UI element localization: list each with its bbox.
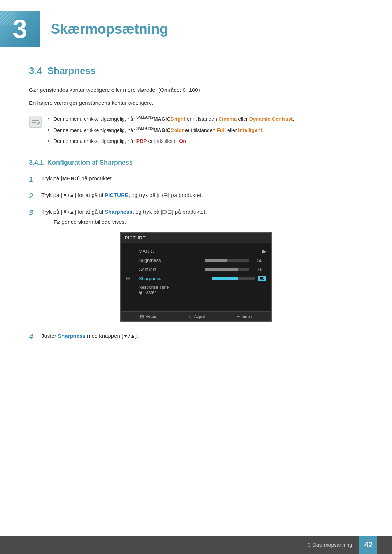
note-item-3: Denne menu er ikke tilgængelig, når PBP … — [48, 137, 294, 145]
sharpness-label-step4: Sharpness — [58, 333, 86, 339]
footer-page-number: 42 — [359, 536, 377, 554]
menu-content: MAGIC ▶ Brightness 50 Contrast — [121, 243, 271, 311]
samsung-label-1: SAMSUNG — [136, 115, 154, 119]
brightness-bar — [205, 259, 249, 262]
step-1: 1 Tryk på [MENU] på produktet. — [29, 174, 363, 185]
response-label: Response Time — [139, 285, 169, 290]
monitor-screen: PICTURE MAGIC ▶ Brightness 50 — [120, 232, 272, 322]
chapter-header: 3 Skærmopsætning — [0, 0, 392, 54]
section-description2: En højere værdi gør genstandens kontur t… — [29, 99, 363, 107]
return-label: Return — [146, 314, 158, 319]
cinema-label: Cinema — [219, 116, 237, 122]
contrast-bar — [205, 268, 249, 271]
contrast-label: Contrast — [139, 267, 205, 272]
section-number: 3.4 — [29, 65, 48, 76]
step-3-subtext: Følgende skærmbillede vises. — [54, 219, 207, 225]
response-value: ◉ Faster — [139, 290, 156, 295]
menu-item-magic: MAGIC ▶ — [121, 247, 271, 256]
sharpness-menu-label: Sharpness — [139, 276, 212, 281]
menu-title-bar: PICTURE — [121, 233, 271, 243]
step-3: 3 Tryk på [▼/▲] for at gå til Sharpness,… — [29, 207, 363, 225]
step-2: 2 Tryk på [▼/▲] for at gå til PICTURE, o… — [29, 190, 363, 201]
note-item-1: Denne menu er ikke tilgængelig, når SAMS… — [48, 115, 294, 123]
note-item-2: Denne menu er ikke tilgængelig, når SAMS… — [48, 126, 294, 134]
contrast-value: 75 — [252, 267, 262, 272]
enter-icon: ↵ — [237, 314, 241, 319]
samsung-label-2: SAMSUNG — [136, 127, 154, 131]
enter-label: Enter — [242, 314, 252, 319]
subsection-title: Konfiguration af Sharpness — [47, 159, 133, 166]
pbp-label: PBP — [136, 138, 147, 144]
section-title: Sharpness — [48, 65, 96, 76]
picture-label: PICTURE — [105, 192, 128, 198]
bright-label: Bright — [171, 116, 185, 122]
menu-item-brightness: Brightness 50 — [121, 256, 271, 265]
chapter-title: Skærmopsætning — [40, 21, 168, 37]
menu-item-sharpness: ⊞ Sharpness 60 — [121, 274, 271, 283]
section-heading: 3.4 Sharpness — [29, 65, 363, 77]
step-number-2: 2 — [29, 190, 37, 201]
step-text-4: Justér Sharpness med knappen [▼/▲]. — [41, 331, 138, 341]
adjust-icon: ◇ — [189, 314, 193, 319]
magic-arrow: ▶ — [262, 249, 266, 254]
menu-key: MENU — [62, 175, 78, 181]
steps-container: 1 Tryk på [MENU] på produktet. 2 Tryk på… — [29, 174, 363, 225]
intelligent-label: Intelligent — [238, 127, 262, 133]
step-number-1: 1 — [29, 174, 37, 185]
brightness-fill — [205, 259, 227, 262]
menu-item-contrast: Contrast 75 — [121, 265, 271, 274]
contrast-fill — [205, 268, 238, 271]
enter-btn: ↵ Enter — [237, 314, 252, 319]
step-text-2: Tryk på [▼/▲] for at gå til PICTURE, og … — [41, 190, 203, 200]
page-footer: 3 Skærmopsætning 42 — [0, 536, 392, 554]
brightness-value: 50 — [252, 258, 262, 263]
grid-icon: ⊞ — [126, 275, 130, 281]
section-description1: Gør genstandes kontur tydeligere eller m… — [29, 86, 363, 94]
sharpness-label-step3: Sharpness — [105, 209, 132, 215]
sharpness-value: 60 — [258, 276, 266, 281]
sharpness-fill — [212, 277, 238, 280]
step-4: 4 Justér Sharpness med knappen [▼/▲]. — [29, 331, 363, 342]
note-icon — [29, 115, 42, 128]
subsection-heading: 3.4.1 Konfiguration af Sharpness — [29, 159, 363, 167]
note-list: Denne menu er ikke tilgængelig, når SAMS… — [48, 115, 294, 148]
menu-title: PICTURE — [125, 235, 146, 241]
monitor-bottom-bar: ⊞ Return ◇ Adjust ↵ Enter — [121, 311, 271, 321]
full-label: Full — [217, 127, 226, 133]
magic-item-label: MAGIC — [139, 249, 262, 254]
dynamic-contrast-label: Dynamic Contrast — [249, 116, 293, 122]
adjust-btn: ◇ Adjust — [189, 314, 205, 319]
step-3-content: Tryk på [▼/▲] for at gå til Sharpness, o… — [41, 207, 207, 225]
step-number-3: 3 — [29, 207, 37, 218]
chapter-number: 3 — [13, 16, 27, 42]
step-number-4: 4 — [29, 331, 37, 342]
subsection-number: 3.4.1 — [29, 159, 47, 166]
return-icon: ⊞ — [140, 314, 144, 319]
adjust-label: Adjust — [194, 314, 205, 319]
note-box: Denne menu er ikke tilgængelig, når SAMS… — [29, 115, 363, 148]
menu-item-response: Response Time ◉ Faster — [121, 283, 271, 297]
color-label: Color — [171, 127, 184, 133]
footer-text: 3 Skærmopsætning — [308, 542, 352, 548]
return-btn: ⊞ Return — [140, 314, 158, 319]
sharpness-bar — [212, 277, 255, 280]
brightness-label: Brightness — [139, 258, 205, 263]
magic-label-1: MAGIC — [154, 116, 171, 122]
on-label: On — [179, 138, 186, 144]
step-text-3: Tryk på [▼/▲] for at gå til Sharpness, o… — [41, 209, 207, 215]
step-text-1: Tryk på [MENU] på produktet. — [41, 174, 113, 183]
svg-rect-0 — [30, 116, 41, 128]
main-content: 3.4 Sharpness Gør genstandes kontur tyde… — [0, 65, 392, 342]
monitor-container: PICTURE MAGIC ▶ Brightness 50 — [29, 232, 363, 322]
chapter-number-block: 3 — [0, 11, 40, 47]
magic-label-2: MAGIC — [154, 127, 171, 133]
